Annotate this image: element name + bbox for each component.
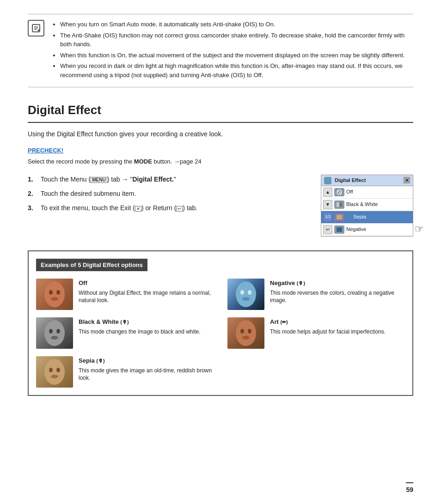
step-1: 1. Touch the Menu (MENU) tab → "Digital …: [28, 175, 307, 184]
svg-point-29: [51, 375, 58, 378]
effect-name-sepia: Sepia (🎙): [79, 356, 214, 365]
effect-item-art: Art (✏) This mode helps adjust for facia…: [227, 317, 405, 349]
ui-panel-header: Digital Effect ✕: [321, 175, 413, 186]
svg-point-20: [56, 329, 60, 334]
svg-line-5: [337, 190, 341, 194]
row-label-negative: Negative: [346, 225, 366, 233]
row-icon-bw: [334, 200, 344, 209]
effect-info-art: Art (✏) This mode helps adjust for facia…: [270, 317, 405, 335]
svg-point-10: [44, 281, 65, 307]
svg-point-25: [242, 336, 250, 340]
note-item: When you turn on Smart Auto mode, it aut…: [60, 20, 413, 29]
svg-point-28: [56, 368, 60, 372]
row-check-sepia: ✓: [346, 213, 350, 221]
effect-item-off: Off Without any Digital Effect, the imag…: [36, 279, 214, 310]
row-label-sepia: Sepia: [353, 213, 366, 221]
panel-row-negative[interactable]: ↩ Negative ☞: [321, 224, 413, 236]
cursor-hand-icon: ☞: [415, 221, 424, 237]
panel-row-off[interactable]: ▲ Off: [321, 186, 413, 199]
row-icon-sepia: [334, 213, 344, 221]
row-icon-negative: [334, 225, 344, 234]
panel-icon: [324, 177, 331, 184]
precheck-link[interactable]: PRECHECK!: [28, 147, 63, 154]
examples-grid: Off Without any Digital Effect, the imag…: [36, 279, 405, 388]
effect-thumb-bw: [36, 317, 73, 349]
nav-up-button[interactable]: ▲: [323, 188, 332, 197]
effect-thumb-negative: [227, 279, 264, 310]
svg-rect-9: [337, 227, 342, 232]
effect-thumb-art: [227, 317, 264, 349]
svg-point-19: [49, 329, 53, 334]
effect-item-bw: Black & White (🎙) This mode changes the …: [36, 317, 214, 349]
note-icon: [28, 20, 44, 36]
effect-desc-negative: This mode reverses the colors, creating …: [270, 289, 405, 305]
nav-fraction-button[interactable]: 1/2: [323, 213, 332, 222]
row-label-bw: Black & White: [346, 200, 378, 208]
section-description: Using the Digital Effect function gives …: [28, 129, 413, 139]
svg-point-24: [248, 329, 251, 334]
effect-name-bw: Black & White (🎙): [79, 317, 214, 327]
effect-name-off: Off: [79, 279, 214, 288]
effect-item-sepia: Sepia (🎙) This mode gives the image an o…: [36, 356, 214, 388]
note-item: When this function is On, the actual mov…: [60, 51, 413, 60]
effect-info-negative: Negative (🎙) This mode reverses the colo…: [270, 279, 405, 304]
svg-point-15: [240, 290, 244, 295]
step-number: 1.: [28, 175, 37, 184]
step-text: Touch the Menu (MENU) tab → "Digital Eff…: [41, 175, 176, 184]
svg-rect-8: [337, 215, 342, 219]
svg-point-22: [236, 320, 256, 346]
note-list: When you turn on Smart Auto mode, it aut…: [52, 20, 413, 79]
precheck-line: Select the record mode by pressing the M…: [28, 157, 413, 166]
panel-close-button[interactable]: ✕: [404, 177, 410, 183]
note-item: The Anti-Shake (OIS) function may not co…: [60, 31, 413, 49]
svg-point-21: [51, 336, 58, 340]
step-text: To exit the menu, touch the Exit (✕) or …: [41, 203, 197, 213]
svg-point-27: [49, 368, 53, 372]
row-label-off: Off: [346, 188, 353, 196]
svg-point-13: [51, 297, 58, 301]
note-item: When you record in dark or dim light at …: [60, 61, 413, 79]
panel-row-bw[interactable]: ▼ Black & White: [321, 199, 413, 211]
step-text: Touch the desired submenu item.: [41, 189, 136, 199]
effect-info-off: Off Without any Digital Effect, the imag…: [79, 279, 214, 304]
svg-rect-7: [337, 202, 339, 207]
svg-point-14: [236, 281, 256, 307]
page: When you turn on Smart Auto mode, it aut…: [0, 0, 441, 504]
svg-point-17: [242, 297, 250, 301]
effect-name-art: Art (✏): [270, 317, 405, 327]
step-number: 2.: [28, 189, 37, 199]
effect-info-sepia: Sepia (🎙) This mode gives the image an o…: [79, 356, 214, 382]
examples-title: Examples of 5 Digital Effect options: [36, 259, 147, 272]
row-icon-off: [334, 188, 344, 196]
effect-desc-bw: This mode changes the image to black and…: [79, 328, 214, 336]
svg-point-23: [240, 329, 244, 334]
note-content: When you turn on Smart Auto mode, it aut…: [52, 20, 413, 81]
svg-point-11: [49, 290, 53, 295]
effect-thumb-off: [36, 279, 73, 310]
panel-row-sepia[interactable]: 1/2 ✓ Sepia: [321, 211, 413, 224]
effect-info-bw: Black & White (🎙) This mode changes the …: [79, 317, 214, 335]
steps-row: 1. Touch the Menu (MENU) tab → "Digital …: [28, 175, 413, 237]
page-number: 59: [406, 482, 413, 495]
note-box: When you turn on Smart Auto mode, it aut…: [28, 14, 413, 87]
section-title: Digital Effect: [28, 101, 413, 123]
effect-name-negative: Negative (🎙): [270, 279, 405, 288]
nav-return-button[interactable]: ↩: [323, 225, 332, 234]
steps-column: 1. Touch the Menu (MENU) tab → "Digital …: [28, 175, 307, 218]
svg-point-16: [248, 290, 251, 295]
ui-panel: Digital Effect ✕ ▲ Off ▼ Black & White: [321, 175, 413, 237]
svg-point-18: [44, 320, 65, 346]
effect-item-negative: Negative (🎙) This mode reverses the colo…: [227, 279, 405, 310]
panel-title: Digital Effect: [335, 177, 366, 183]
effect-desc-art: This mode helps adjust for facial imperf…: [270, 328, 405, 336]
examples-box: Examples of 5 Digital Effect options Off…: [28, 250, 413, 396]
effect-desc-sepia: This mode gives the image an old-time, r…: [79, 367, 214, 383]
step-3: 3. To exit the menu, touch the Exit (✕) …: [28, 203, 307, 213]
effect-thumb-sepia: [36, 356, 73, 388]
svg-point-26: [44, 359, 65, 385]
step-number: 3.: [28, 203, 37, 213]
nav-down-button[interactable]: ▼: [323, 200, 332, 209]
svg-point-12: [56, 290, 60, 295]
effect-desc-off: Without any Digital Effect, the image re…: [79, 289, 214, 305]
step-2: 2. Touch the desired submenu item.: [28, 189, 307, 199]
